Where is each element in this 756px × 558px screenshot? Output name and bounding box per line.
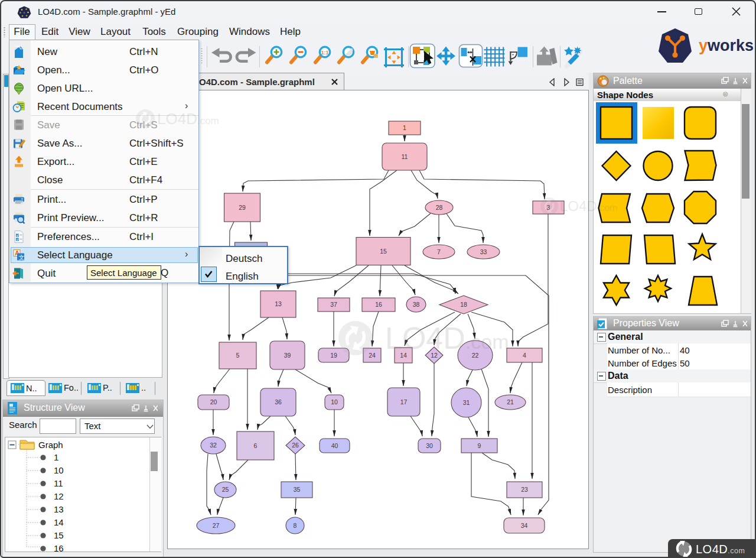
svg-text:34: 34 (521, 522, 528, 529)
svg-text:17: 17 (400, 398, 408, 405)
svg-text:16: 16 (375, 301, 382, 308)
svg-text:33: 33 (480, 248, 487, 255)
svg-text:15: 15 (380, 248, 387, 255)
svg-text:40: 40 (331, 442, 338, 449)
svg-text:文: 文 (19, 254, 25, 261)
svg-text:9: 9 (478, 442, 481, 449)
svg-text:16: 16 (54, 543, 64, 553)
svg-text:35: 35 (294, 486, 301, 493)
svg-text:36: 36 (275, 398, 282, 405)
svg-text:28: 28 (436, 204, 443, 211)
svg-text:18: 18 (460, 301, 467, 308)
svg-text:1:1: 1:1 (321, 50, 328, 56)
svg-text:yworks: yworks (699, 37, 754, 54)
svg-text:38: 38 (413, 301, 420, 308)
svg-text:11: 11 (54, 478, 63, 488)
svg-text:37: 37 (330, 301, 337, 308)
svg-text:20: 20 (210, 398, 217, 405)
svg-text:25: 25 (222, 486, 229, 493)
svg-text:26: 26 (292, 442, 299, 449)
svg-text:6: 6 (254, 442, 258, 449)
svg-text:5: 5 (236, 352, 240, 359)
svg-text:LO4D.com: LO4D.com (560, 198, 617, 214)
svg-text:21: 21 (507, 398, 514, 405)
svg-text:10: 10 (54, 465, 64, 475)
svg-text:39: 39 (284, 352, 291, 359)
svg-text:LO4D.com: LO4D.com (385, 321, 509, 355)
svg-text:23: 23 (521, 486, 528, 493)
svg-text:7: 7 (437, 248, 441, 255)
svg-text:12: 12 (54, 491, 64, 501)
svg-text:15: 15 (54, 530, 64, 540)
svg-text:10: 10 (331, 398, 338, 405)
svg-text:LO4D.com: LO4D.com (157, 110, 219, 128)
svg-text:8: 8 (294, 522, 297, 529)
svg-text:1: 1 (403, 124, 406, 131)
svg-text:11: 11 (402, 153, 408, 160)
svg-text:13: 13 (275, 300, 282, 307)
svg-text:27: 27 (213, 522, 220, 529)
svg-text:13: 13 (54, 504, 64, 514)
svg-text:1: 1 (54, 452, 58, 462)
svg-text:31: 31 (463, 399, 470, 406)
svg-text:32: 32 (210, 442, 217, 449)
svg-text:14: 14 (54, 517, 64, 527)
svg-text:30: 30 (426, 442, 433, 449)
svg-text:29: 29 (239, 204, 246, 211)
svg-text:Graph: Graph (38, 440, 63, 450)
